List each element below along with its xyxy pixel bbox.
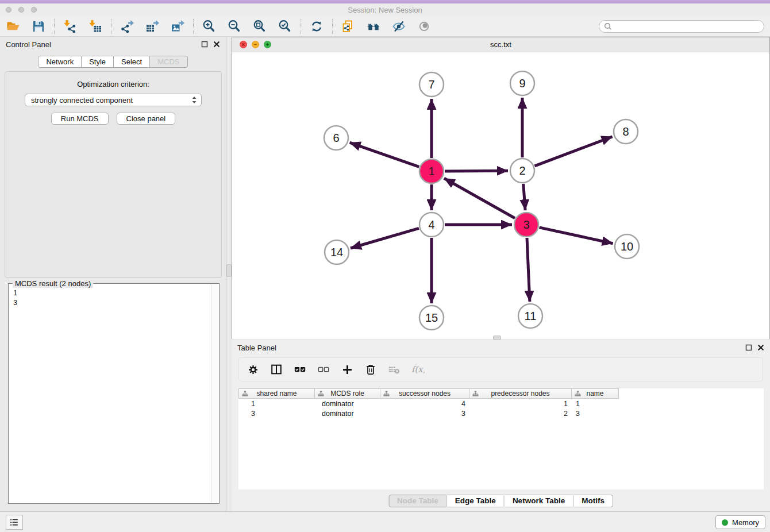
tab-style[interactable]: Style bbox=[82, 56, 114, 68]
column-header-MCDS-role[interactable]: MCDS role bbox=[315, 388, 380, 399]
vertical-splitter-grip[interactable] bbox=[226, 264, 232, 277]
node-1[interactable]: 1 bbox=[419, 159, 444, 183]
edge-2-8[interactable] bbox=[535, 137, 613, 166]
optimization-criterion-label: Optimization criterion: bbox=[5, 80, 221, 88]
table-cell[interactable]: 1 bbox=[469, 400, 572, 408]
task-list-button[interactable] bbox=[6, 515, 23, 530]
open-file-button[interactable] bbox=[6, 19, 21, 34]
float-table-panel-icon[interactable] bbox=[745, 344, 752, 351]
memory-button[interactable]: Memory bbox=[715, 515, 765, 529]
table-cell[interactable]: dominator bbox=[315, 410, 380, 418]
control-panel-header: Control Panel bbox=[0, 37, 226, 52]
trash-button[interactable] bbox=[364, 363, 378, 376]
control-panel-tabs: NetworkStyleSelectMCDS bbox=[0, 56, 226, 68]
network-canvas[interactable]: 7968124314101511 bbox=[232, 52, 769, 339]
search-input[interactable] bbox=[615, 22, 759, 30]
hide-selected-eye-slash-icon bbox=[392, 20, 406, 33]
tab-mcds[interactable]: MCDS bbox=[150, 56, 187, 68]
table-cell[interactable]: 3 bbox=[380, 410, 469, 418]
tab-network-table[interactable]: Network Table bbox=[505, 495, 573, 507]
select-all-button[interactable] bbox=[293, 363, 307, 376]
network-window-title: scc.txt bbox=[232, 40, 769, 49]
table-cell[interactable]: 3 bbox=[572, 410, 619, 418]
column-header-successor-nodes[interactable]: successor nodes bbox=[380, 388, 469, 399]
search-icon bbox=[604, 22, 612, 30]
horizontal-splitter-grip[interactable] bbox=[493, 336, 501, 340]
zoom-in-button[interactable] bbox=[202, 19, 217, 34]
column-hierarchy-icon bbox=[318, 391, 324, 397]
table-cell[interactable]: 1 bbox=[238, 400, 315, 408]
duplicate-network-button[interactable] bbox=[341, 19, 356, 34]
tab-select[interactable]: Select bbox=[114, 56, 150, 68]
tab-node-table[interactable]: Node Table bbox=[388, 495, 447, 507]
column-header-shared-name[interactable]: shared name bbox=[238, 388, 315, 399]
close-panel-icon[interactable] bbox=[213, 41, 220, 48]
hide-selected-eye-slash-button[interactable] bbox=[391, 19, 406, 34]
zoom-out-button[interactable] bbox=[227, 19, 242, 34]
edge-3-10[interactable] bbox=[540, 228, 613, 244]
node-9[interactable]: 9 bbox=[510, 71, 534, 95]
node-10[interactable]: 10 bbox=[615, 234, 639, 259]
split-panel-button[interactable] bbox=[270, 363, 283, 376]
edge-3-11[interactable] bbox=[527, 238, 530, 302]
edge-4-14[interactable] bbox=[351, 228, 419, 248]
float-panel-icon[interactable] bbox=[201, 41, 208, 48]
node-7[interactable]: 7 bbox=[419, 72, 444, 97]
edge-1-6[interactable] bbox=[350, 142, 419, 167]
node-8[interactable]: 8 bbox=[614, 119, 638, 144]
svg-text:f(x): f(x) bbox=[411, 364, 425, 374]
import-table-icon bbox=[88, 20, 102, 33]
export-network-button[interactable] bbox=[120, 19, 134, 34]
export-table-icon bbox=[145, 20, 159, 33]
node-11[interactable]: 11 bbox=[518, 304, 542, 328]
save-session-icon bbox=[32, 20, 45, 33]
gear-icon bbox=[247, 364, 259, 376]
edge-1-2[interactable] bbox=[445, 171, 508, 171]
node-14[interactable]: 14 bbox=[325, 240, 349, 264]
table-row[interactable]: 1dominator411 bbox=[238, 399, 764, 408]
node-4[interactable]: 4 bbox=[419, 213, 444, 237]
search-box[interactable] bbox=[599, 20, 764, 33]
result-scrollbar[interactable] bbox=[211, 284, 218, 503]
table-cell[interactable]: 1 bbox=[572, 400, 619, 408]
close-panel-button[interactable]: Close panel bbox=[117, 113, 176, 125]
memory-status-dot bbox=[722, 519, 728, 526]
add-button[interactable] bbox=[340, 363, 354, 376]
node-label: 8 bbox=[622, 125, 629, 138]
refresh-button[interactable] bbox=[309, 19, 324, 34]
table-cell[interactable]: 4 bbox=[380, 400, 469, 408]
node-label: 3 bbox=[523, 218, 529, 231]
export-image-button[interactable] bbox=[170, 19, 185, 34]
node-label: 6 bbox=[333, 132, 339, 144]
zoom-selected-button[interactable] bbox=[278, 19, 292, 34]
export-table-button[interactable] bbox=[145, 19, 160, 34]
import-table-button[interactable] bbox=[88, 19, 103, 34]
column-header-predecessor-nodes[interactable]: predecessor nodes bbox=[469, 388, 572, 399]
deselect-all-button[interactable] bbox=[317, 363, 330, 376]
zoom-fit-button[interactable] bbox=[252, 19, 267, 34]
network-window-titlebar[interactable]: scc.txt bbox=[232, 37, 769, 52]
node-6[interactable]: 6 bbox=[324, 126, 348, 150]
mcds-result-list[interactable]: 13 bbox=[9, 284, 211, 503]
table-cell[interactable]: 2 bbox=[469, 410, 572, 418]
table-row[interactable]: 3dominator323 bbox=[238, 408, 764, 418]
tab-network[interactable]: Network bbox=[38, 56, 82, 68]
tab-motifs[interactable]: Motifs bbox=[573, 495, 613, 507]
tab-edge-table[interactable]: Edge Table bbox=[447, 495, 505, 507]
two-houses-button[interactable] bbox=[366, 19, 381, 34]
node-3[interactable]: 3 bbox=[514, 213, 538, 237]
edge-3-1[interactable] bbox=[444, 178, 515, 218]
mcds-result-item: 3 bbox=[13, 298, 211, 307]
edge-2-3[interactable] bbox=[523, 184, 525, 210]
column-header-name[interactable]: name bbox=[572, 388, 619, 399]
close-table-panel-icon[interactable] bbox=[757, 344, 764, 351]
save-session-button[interactable] bbox=[31, 19, 46, 34]
run-mcds-button[interactable]: Run MCDS bbox=[51, 113, 109, 125]
gear-button[interactable] bbox=[246, 363, 260, 376]
table-cell[interactable]: 3 bbox=[238, 410, 315, 418]
table-cell[interactable]: dominator bbox=[315, 400, 380, 408]
node-2[interactable]: 2 bbox=[510, 159, 534, 183]
criterion-dropdown[interactable]: strongly connected component bbox=[25, 94, 202, 106]
node-15[interactable]: 15 bbox=[419, 306, 444, 330]
import-network-button[interactable] bbox=[63, 19, 78, 34]
